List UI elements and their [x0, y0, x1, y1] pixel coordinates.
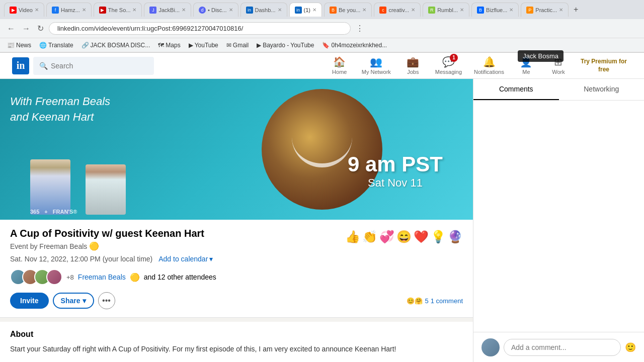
about-section: About Start your Saturday off right with…	[0, 322, 473, 362]
tab-close[interactable]: ✕	[182, 7, 186, 13]
bookmark-news[interactable]: 📰 News	[5, 41, 33, 50]
nav-network[interactable]: 👥 My Network	[357, 53, 396, 79]
search-bar[interactable]: 🔍	[33, 57, 154, 75]
bookmark-jack[interactable]: 🔗 JACK BOSMA DISC...	[79, 41, 152, 50]
tab-close[interactable]: ✕	[362, 7, 366, 13]
tab-biz[interactable]: B Bizflue... ✕	[471, 3, 519, 17]
attendees-row: +8 Freeman Beals 🟡 and 12 other attendee…	[10, 269, 463, 285]
tab-close[interactable]: ✕	[35, 7, 39, 13]
browser-nav: ← → ↻ linkedin.com/video/event/urn:li:ug…	[0, 19, 644, 38]
tab-be[interactable]: B Be you... ✕	[324, 3, 372, 17]
tab-active[interactable]: in (1) ✕	[289, 3, 322, 17]
back-button[interactable]: ←	[5, 22, 17, 35]
nav-notifications-label: Notifications	[474, 69, 504, 75]
nav-me-label: Me	[522, 69, 530, 75]
tab-label: (1)	[304, 7, 310, 13]
calendar-chevron-icon: ▾	[209, 255, 213, 263]
reaction-thumbs-up[interactable]: 👍	[345, 230, 360, 244]
reaction-crystal-ball[interactable]: 🔮	[448, 230, 463, 244]
tab-video[interactable]: ▶ Video ✕	[4, 3, 44, 17]
reaction-count: 5	[425, 297, 428, 305]
comment-input[interactable]	[504, 339, 621, 356]
tab-so[interactable]: ▶ The So... ✕	[94, 3, 142, 17]
nav-jobs-label: Jobs	[407, 69, 419, 75]
tab-close[interactable]: ✕	[82, 7, 86, 13]
tab-close[interactable]: ✕	[229, 7, 233, 13]
action-row: Invite Share ▾ ••• 😊🤗 5 1 comment	[10, 292, 463, 309]
reaction-heart[interactable]: ❤️	[414, 230, 429, 244]
tab-comments[interactable]: Comments	[473, 79, 559, 100]
comments-count[interactable]: 😊🤗 5 1 comment	[407, 297, 463, 305]
about-title: About	[10, 330, 463, 339]
bookmark-maps[interactable]: 🗺 Maps	[156, 41, 182, 50]
more-options-button[interactable]: •••	[98, 292, 115, 309]
bookmark-gmail[interactable]: ✉ Gmail	[224, 41, 251, 50]
linkedin-logo: in	[12, 57, 29, 74]
share-button[interactable]: Share ▾	[53, 293, 94, 309]
reaction-heart-hands[interactable]: 💞	[379, 230, 394, 244]
event-info: A Cup of Positivity w/ guest Keenan Hart…	[0, 220, 473, 318]
nav-jobs[interactable]: 💼 Jobs	[398, 53, 428, 79]
tab-creat[interactable]: c creativ... ✕	[374, 3, 421, 17]
new-tab-button[interactable]: +	[571, 5, 581, 14]
banner-line1: With Freeman Beals	[10, 94, 110, 110]
tab-close[interactable]: ✕	[132, 7, 136, 13]
network-icon: 👥	[370, 56, 382, 68]
right-panel: Comments Networking 🙂	[473, 79, 644, 362]
attendees-name[interactable]: Freeman Beals	[78, 273, 126, 281]
tab-label: • Disc...	[208, 7, 226, 13]
bookmark-bayardo[interactable]: ▶ Bayardo - YouTube	[255, 41, 316, 50]
tab-close[interactable]: ✕	[312, 7, 316, 13]
tab-close[interactable]: ✕	[559, 7, 563, 13]
tab-hamz[interactable]: f Hamz... ✕	[46, 3, 92, 17]
tab-disc[interactable]: d • Disc... ✕	[193, 3, 238, 17]
bookmark-0h4[interactable]: 🔖 0h4mozeixrknkhed...	[320, 41, 389, 50]
bookmark-youtube[interactable]: ▶ YouTube	[187, 41, 220, 50]
address-bar[interactable]: linkedin.com/video/event/urn:li:ugcPost:…	[49, 22, 351, 35]
reaction-lightbulb[interactable]: 💡	[431, 230, 446, 244]
tab-label: Be you...	[339, 7, 360, 13]
tab-dash[interactable]: in Dashb... ✕	[240, 3, 287, 17]
tab-close[interactable]: ✕	[411, 7, 415, 13]
event-host: Event by Freeman Beals 🟡	[10, 241, 204, 251]
add-to-calendar[interactable]: Add to calendar ▾	[158, 255, 213, 263]
search-icon: 🔍	[39, 62, 48, 70]
jobs-icon: 💼	[407, 56, 419, 68]
banner-text: With Freeman Beals and Keenan Hart	[10, 94, 110, 125]
nav-notifications[interactable]: 🔔 Notifications	[469, 53, 509, 79]
main-content: With Freeman Beals and Keenan Hart 9 am …	[0, 79, 644, 362]
tab-prac[interactable]: P Practic... ✕	[521, 3, 569, 17]
invite-button[interactable]: Invite	[10, 293, 49, 309]
logos-bar: 365 + FRAN'S®	[30, 209, 77, 215]
search-input[interactable]	[51, 62, 141, 70]
event-banner: With Freeman Beals and Keenan Hart 9 am …	[0, 79, 473, 220]
tab-networking[interactable]: Networking	[559, 79, 645, 100]
tab-close[interactable]: ✕	[460, 7, 464, 13]
emoji-picker-button[interactable]: 🙂	[625, 342, 636, 353]
premium-button[interactable]: Try Premium for free	[576, 58, 632, 73]
tab-close[interactable]: ✕	[509, 7, 513, 13]
extensions-button[interactable]: ⋮	[354, 22, 366, 35]
reaction-clap[interactable]: 👏	[362, 230, 377, 244]
tab-rumbl[interactable]: R Rumbl... ✕	[423, 3, 469, 17]
attendees-suffix: and 12 other attendees	[144, 273, 216, 281]
host-badge: 🟡	[89, 241, 99, 251]
reload-button[interactable]: ↻	[35, 22, 46, 35]
tab-jack[interactable]: J JackBi... ✕	[144, 3, 191, 17]
tab-label: Rumbl...	[437, 7, 458, 13]
bookmark-translate[interactable]: 🌐 Translate	[37, 41, 75, 50]
tab-label: Bizflue...	[486, 7, 507, 13]
commenter-avatar	[481, 338, 500, 356]
comments-label: 1 comment	[431, 297, 463, 305]
reaction-smile[interactable]: 😄	[396, 230, 412, 244]
forward-button[interactable]: →	[20, 22, 32, 35]
banner-time: 9 am PST Sat Nov 11	[348, 152, 443, 190]
notifications-icon: 🔔	[483, 56, 496, 68]
reaction-bar: 👍 👏 💞 😄 ❤️ 💡 🔮	[345, 230, 463, 244]
nav-home[interactable]: 🏠 Home	[325, 53, 355, 79]
premium-label-1: Try Premium for	[581, 58, 627, 66]
event-panel: With Freeman Beals and Keenan Hart 9 am …	[0, 79, 473, 362]
tab-close[interactable]: ✕	[278, 7, 282, 13]
nav-messaging[interactable]: 💬1 Messaging	[430, 53, 467, 79]
event-date: Sat. Nov 12, 2022, 12:00 PM (your local …	[10, 255, 152, 263]
